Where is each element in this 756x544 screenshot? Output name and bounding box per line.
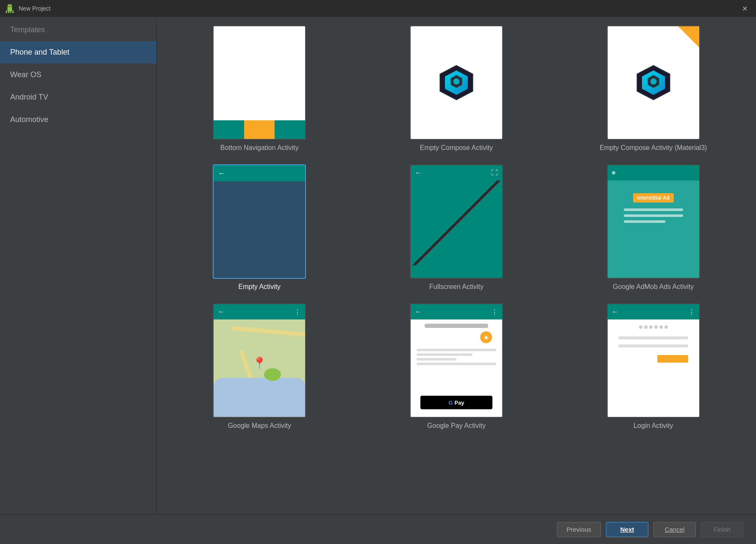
compose-logo [437, 64, 475, 102]
template-thumb-empty-activity: ← [213, 164, 306, 279]
map-pin: 📍 [252, 356, 267, 370]
template-empty-compose[interactable]: Empty Compose Activity [367, 25, 547, 152]
ad-line-1 [624, 208, 683, 211]
text-line-2 [417, 353, 472, 356]
amount-bar [425, 324, 488, 328]
template-maps[interactable]: ← ⋮ 📍 Google Maps Activity [170, 303, 350, 430]
gpay-button: G Pay [420, 396, 492, 409]
template-label-empty-activity: Empty Activity [239, 283, 281, 291]
template-fullscreen[interactable]: ← ⛶ Fullscreen Activity [367, 164, 547, 291]
template-label-login: Login Activity [634, 422, 673, 430]
star-badge: ★ [480, 331, 492, 343]
template-label-empty-compose: Empty Compose Activity [420, 144, 493, 152]
template-pay[interactable]: ← ⋮ ★ [367, 303, 547, 430]
template-bottom-nav[interactable]: Bottom Navigation Activity [170, 25, 350, 152]
template-label-admob: Google AdMob Ads Activity [613, 283, 694, 291]
close-button[interactable]: ✕ [739, 3, 751, 14]
expand-icon: ⛶ [491, 169, 498, 177]
compose-m3-logo [634, 64, 673, 102]
template-label-bottom-nav: Bottom Navigation Activity [220, 144, 299, 152]
window-title: New Project [19, 5, 739, 12]
text-line-1 [417, 349, 496, 351]
template-thumb-empty-compose [410, 25, 503, 140]
footer: Previous Next Cancel Finish [0, 514, 756, 544]
android-icon [5, 4, 14, 13]
dot-small [612, 171, 615, 175]
template-thumb-login: ← ⋮ [607, 303, 700, 418]
template-label-maps: Google Maps Activity [228, 422, 291, 430]
back-icon: ← [415, 169, 422, 177]
field-dots [639, 325, 668, 329]
map-road-h [232, 326, 305, 336]
cancel-button[interactable]: Cancel [653, 522, 696, 537]
template-admob[interactable]: Interstitial Ad Google AdMob Ads Activit… [563, 164, 743, 291]
interstitial-ad-badge: Interstitial Ad [633, 193, 674, 203]
submit-button-preview [657, 355, 689, 363]
gpay-g: G [448, 400, 453, 406]
back-icon-login: ← [612, 308, 619, 316]
templates-grid-area: Bottom Navigation Activity [157, 17, 756, 514]
template-label-fullscreen: Fullscreen Activity [429, 283, 484, 291]
templates-grid: Bottom Navigation Activity [170, 25, 743, 438]
text-lines [417, 347, 496, 367]
template-empty-compose-m3[interactable]: Empty Compose Activity (Material3) [563, 25, 743, 152]
svg-point-4 [453, 78, 459, 84]
svg-point-9 [650, 78, 656, 84]
back-icon-maps: ← [218, 308, 225, 316]
sidebar-item-wear-os[interactable]: Wear OS [0, 64, 156, 86]
template-thumb-bottom-nav [213, 25, 306, 140]
finish-button[interactable]: Finish [701, 522, 743, 537]
template-thumb-maps: ← ⋮ 📍 [213, 303, 306, 418]
gpay-text: Pay [454, 400, 464, 406]
corner-badge [678, 26, 699, 47]
template-label-empty-compose-m3: Empty Compose Activity (Material3) [600, 144, 707, 152]
sidebar-item-android-tv[interactable]: Android TV [0, 86, 156, 108]
input-line-2 [618, 344, 689, 347]
main-content: Templates Phone and Tablet Wear OS Andro… [0, 17, 756, 514]
ad-line-2 [624, 214, 683, 217]
template-label-pay: Google Pay Activity [427, 422, 486, 430]
back-arrow-icon: ← [218, 169, 225, 178]
template-thumb-fullscreen: ← ⛶ [410, 164, 503, 279]
template-thumb-pay: ← ⋮ ★ [410, 303, 503, 418]
template-thumb-admob: Interstitial Ad [607, 164, 700, 279]
sidebar-item-automotive[interactable]: Automotive [0, 108, 156, 131]
menu-icon-maps: ⋮ [294, 308, 301, 316]
text-line-3 [417, 358, 456, 361]
next-button[interactable]: Next [606, 522, 648, 537]
previous-button[interactable]: Previous [557, 522, 601, 537]
menu-icon-login: ⋮ [688, 308, 695, 316]
ad-line-3 [624, 220, 665, 223]
sidebar: Templates Phone and Tablet Wear OS Andro… [0, 17, 157, 514]
sidebar-item-phone-tablet[interactable]: Phone and Tablet [0, 41, 156, 64]
template-thumb-empty-compose-m3 [607, 25, 700, 140]
titlebar: New Project ✕ [0, 0, 756, 17]
sidebar-section-title: Templates [0, 25, 156, 41]
back-icon-pay: ← [415, 308, 422, 316]
map-water [214, 378, 305, 417]
template-login[interactable]: ← ⋮ [563, 303, 743, 430]
text-line-4 [417, 363, 496, 365]
template-empty-activity[interactable]: ← Empty Activity [170, 164, 350, 291]
menu-icon-pay: ⋮ [491, 308, 498, 316]
input-line-1 [618, 336, 689, 339]
